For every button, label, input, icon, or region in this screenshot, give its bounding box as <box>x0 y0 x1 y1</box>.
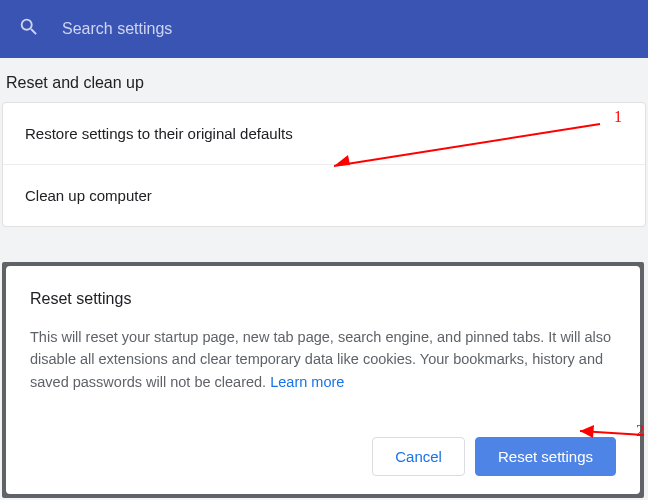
dialog-title: Reset settings <box>30 290 616 308</box>
learn-more-link[interactable]: Learn more <box>270 374 344 390</box>
reset-dialog: Reset settings This will reset your star… <box>6 266 640 494</box>
settings-list: Restore settings to their original defau… <box>2 102 646 227</box>
section-header: Reset and clean up <box>0 58 648 102</box>
restore-settings-item[interactable]: Restore settings to their original defau… <box>3 103 645 165</box>
cancel-button[interactable]: Cancel <box>372 437 465 476</box>
dialog-actions: Cancel Reset settings <box>30 437 616 476</box>
search-input[interactable] <box>62 20 630 38</box>
search-bar <box>0 0 648 58</box>
section-title: Reset and clean up <box>6 74 648 92</box>
cleanup-computer-item[interactable]: Clean up computer <box>3 165 645 226</box>
dialog-backdrop: Reset settings This will reset your star… <box>2 262 644 498</box>
dialog-body: This will reset your startup page, new t… <box>30 326 616 393</box>
search-icon <box>18 16 40 42</box>
reset-settings-button[interactable]: Reset settings <box>475 437 616 476</box>
